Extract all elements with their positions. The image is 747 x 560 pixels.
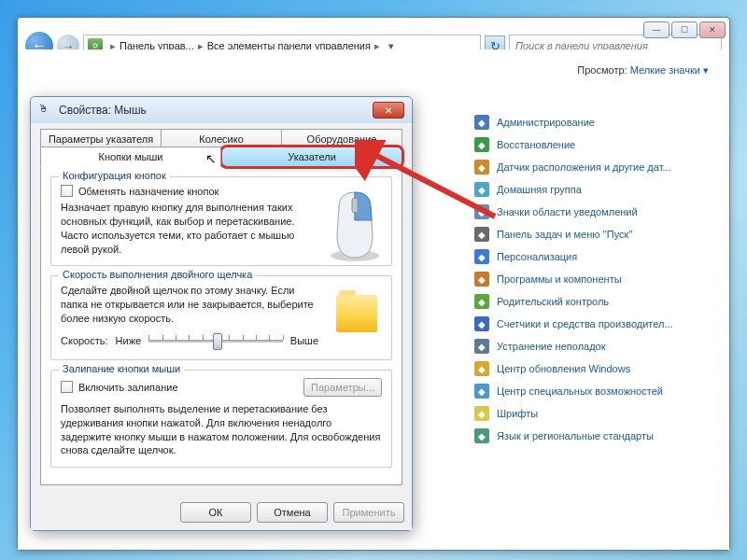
item-label: Домашняя группа <box>497 184 582 195</box>
group-legend: Конфигурация кнопок <box>59 170 170 181</box>
item-label: Восстановление <box>497 139 575 150</box>
mouse-icon: 🖱 <box>38 103 53 118</box>
item-icon: ◆ <box>474 339 489 354</box>
tab-pointers[interactable]: Указатели ↖ <box>221 147 402 167</box>
item-icon: ◆ <box>474 316 489 331</box>
control-panel-item[interactable]: ◆Администрирование <box>474 115 712 130</box>
control-panel-item[interactable]: ◆Центр специальных возможностей <box>474 384 712 399</box>
control-panel-item[interactable]: ◆Программы и компоненты <box>474 272 712 287</box>
dialog-title: Свойства: Мышь <box>59 104 147 117</box>
tab-hardware[interactable]: Оборудование <box>282 129 402 147</box>
control-panel-item[interactable]: ◆Язык и региональные стандарты <box>474 428 712 443</box>
svg-rect-1 <box>352 198 358 213</box>
speed-low-label: Ниже <box>116 335 142 346</box>
minimize-button[interactable]: — <box>643 21 669 38</box>
item-icon: ◆ <box>474 227 489 242</box>
item-icon: ◆ <box>474 182 489 197</box>
control-panel-item[interactable]: ◆Устранение неполадок <box>474 339 712 354</box>
control-panel-item[interactable]: ◆Центр обновления Windows <box>474 361 712 376</box>
control-panel-item[interactable]: ◆Датчик расположения и другие дат... <box>474 160 712 175</box>
double-click-desc: Сделайте двойной щелчок по этому значку.… <box>61 284 318 326</box>
item-label: Панель задач и меню ''Пуск'' <box>497 229 633 240</box>
tab-buttons[interactable]: Кнопки мыши <box>40 147 221 167</box>
clicklock-desc: Позволяет выполнять выделение и перетаск… <box>61 402 382 457</box>
item-label: Администрирование <box>497 117 595 128</box>
item-icon: ◆ <box>474 406 489 421</box>
item-label: Язык и региональные стандарты <box>497 430 654 441</box>
swap-buttons-checkbox[interactable] <box>61 185 73 197</box>
control-panel-item[interactable]: ◆Счетчики и средства производител... <box>474 316 712 331</box>
item-icon: ◆ <box>474 361 489 376</box>
item-icon: ◆ <box>474 160 489 175</box>
control-panel-item[interactable]: ◆Значки области уведомлений <box>474 204 712 219</box>
dialog-close-button[interactable]: ✕ <box>373 102 404 119</box>
item-label: Центр специальных возможностей <box>497 385 663 397</box>
dialog-body: Параметры указателя Колесико Оборудовани… <box>31 123 412 495</box>
mouse-properties-dialog: 🖱 Свойства: Мышь ✕ Параметры указателя К… <box>30 96 413 531</box>
control-panel-item[interactable]: ◆Панель задач и меню ''Пуск'' <box>474 227 712 242</box>
item-label: Персонализация <box>497 251 577 262</box>
item-label: Счетчики и средства производител... <box>497 318 673 329</box>
group-button-config: Конфигурация кнопок Обменять назначение … <box>50 176 392 266</box>
item-icon: ◆ <box>474 272 489 287</box>
item-label: Устранение неполадок <box>497 341 606 352</box>
item-label: Родительский контроль <box>497 296 609 307</box>
item-icon: ◆ <box>474 137 489 152</box>
item-icon: ◆ <box>474 428 489 443</box>
group-legend: Залипание кнопки мыши <box>59 363 184 374</box>
double-click-speed-slider[interactable] <box>148 331 283 350</box>
clicklock-checkbox[interactable] <box>61 381 73 393</box>
item-label: Датчик расположения и другие дат... <box>497 161 671 173</box>
item-label: Шрифты <box>497 408 538 419</box>
tab-strip-front: Кнопки мыши Указатели ↖ <box>40 147 402 167</box>
dialog-button-row: ОК Отмена Применить <box>31 495 412 530</box>
control-panel-item[interactable]: ◆Родительский контроль <box>474 294 712 309</box>
control-panel-item[interactable]: ◆Персонализация <box>474 249 712 264</box>
control-panel-item[interactable]: ◆Шрифты <box>474 406 712 421</box>
clicklock-settings-button[interactable]: Параметры... <box>303 378 382 397</box>
apply-button[interactable]: Применить <box>333 502 404 523</box>
cursor-icon: ↖ <box>205 151 217 166</box>
nav-bar: ← → ⛭ ▸ Панель управ... ▸ Все элементы п… <box>18 18 729 49</box>
speed-high-label: Выше <box>290 335 318 346</box>
control-panel-item[interactable]: ◆Восстановление <box>474 137 712 152</box>
close-button[interactable]: ✕ <box>699 21 726 38</box>
item-icon: ◆ <box>474 294 489 309</box>
view-label: Просмотр: <box>577 64 627 76</box>
ok-button[interactable]: ОК <box>180 502 251 523</box>
view-selector: Просмотр: Мелкие значки ▾ <box>577 64 709 77</box>
tab-strip-back: Параметры указателя Колесико Оборудовани… <box>40 129 402 147</box>
dialog-titlebar[interactable]: 🖱 Свойства: Мышь ✕ <box>31 97 412 123</box>
speed-label: Скорость: <box>61 335 108 346</box>
tab-wheel[interactable]: Колесико <box>162 129 282 147</box>
maximize-button[interactable]: ☐ <box>671 21 698 38</box>
swap-buttons-label: Обменять назначение кнопок <box>78 186 218 197</box>
control-panel-item[interactable]: ◆Домашняя группа <box>474 182 712 197</box>
group-legend: Скорость выполнения двойного щелчка <box>59 269 256 280</box>
item-label: Значки области уведомлений <box>497 206 638 217</box>
item-icon: ◆ <box>474 115 489 130</box>
group-double-click-speed: Скорость выполнения двойного щелчка Сдел… <box>50 275 392 360</box>
view-dropdown[interactable]: Мелкие значки ▾ <box>630 64 709 76</box>
item-label: Программы и компоненты <box>497 273 622 285</box>
tab-label: Указатели <box>288 151 336 162</box>
tab-pointer-options[interactable]: Параметры указателя <box>40 129 162 147</box>
clicklock-label: Включить залипание <box>78 382 178 393</box>
mouse-illustration <box>326 189 384 265</box>
item-icon: ◆ <box>474 204 489 219</box>
item-icon: ◆ <box>474 249 489 264</box>
group-clicklock: Залипание кнопки мыши Включить залипание… <box>50 370 392 468</box>
cancel-button[interactable]: Отмена <box>257 502 328 523</box>
swap-buttons-desc: Назначает правую кнопку для выполнения т… <box>61 201 317 256</box>
item-label: Центр обновления Windows <box>497 363 630 374</box>
item-icon: ◆ <box>474 384 489 399</box>
tab-panel-buttons: Конфигурация кнопок Обменять назначение … <box>40 167 402 485</box>
folder-icon[interactable] <box>336 295 377 332</box>
control-panel-items: ◆Администрирование◆Восстановление◆Датчик… <box>474 115 712 443</box>
